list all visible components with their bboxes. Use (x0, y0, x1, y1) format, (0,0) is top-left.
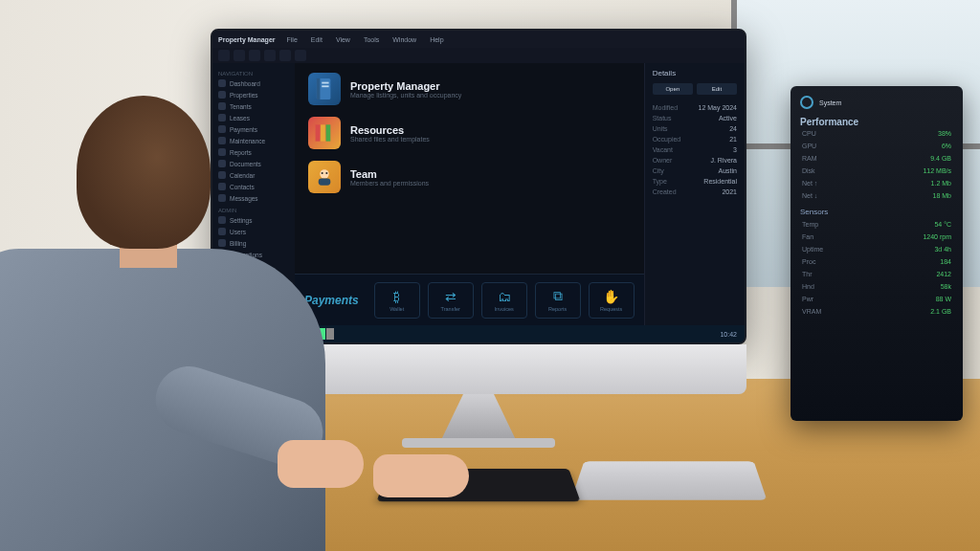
menu-window[interactable]: Window (389, 34, 420, 45)
tower-metric-row: Net ↓18 Mb (800, 189, 953, 202)
app-bottombar: Payments ₿Wallet⇄Transfer🗂Invoices⧉Repor… (295, 274, 644, 325)
tower-metric-label: Net ↑ (802, 180, 817, 187)
card-property-manager[interactable]: Property ManagerManage listings, units a… (308, 73, 631, 105)
sidebar-item-icon (218, 91, 226, 99)
toolbar-button[interactable] (249, 50, 260, 61)
menu-file[interactable]: File (283, 34, 301, 45)
svg-rect-3 (322, 85, 328, 87)
tower-metric-value: 9.4 GB (930, 155, 951, 162)
tower-metric-label: Temp (802, 221, 818, 228)
tower-metric-value: 2.1 GB (930, 308, 951, 315)
tower-metric-value: 54 °C (934, 221, 951, 228)
details-row-key: City (653, 167, 664, 174)
menu-help[interactable]: Help (426, 34, 447, 45)
tower-metric-value: 112 MB/s (923, 167, 951, 174)
tower-metric-row: Hnd58k (800, 280, 953, 293)
imac-foot (402, 438, 555, 448)
details-title: Details (653, 69, 737, 77)
bottombar-tile-requests[interactable]: ✋Requests (589, 282, 635, 319)
tower-metric-label: Hnd (802, 283, 814, 290)
details-row-value: J. Rivera (710, 157, 737, 164)
svg-point-9 (322, 172, 323, 174)
svg-rect-4 (316, 124, 321, 141)
imac-stand (440, 394, 517, 442)
tower-brand: System (819, 99, 841, 106)
tower-metric-label: Net ↓ (802, 192, 817, 199)
bottombar-tile-invoices[interactable]: 🗂Invoices (481, 282, 527, 319)
menu-edit[interactable]: Edit (307, 34, 326, 45)
svg-rect-6 (326, 124, 331, 141)
details-row-key: Type (653, 178, 667, 185)
card-team[interactable]: TeamMembers and permissions (308, 161, 631, 193)
bottombar-tile-wallet[interactable]: ₿Wallet (374, 282, 420, 319)
sidebar-item-icon (218, 102, 226, 110)
details-row-key: Status (653, 115, 672, 121)
app-toolbar (212, 48, 745, 63)
bottombar-tile-label: Transfer (441, 306, 460, 312)
details-date-label: Modified (653, 104, 678, 111)
tower-metric-value: 88 W (936, 296, 951, 302)
app-main: Property ManagerManage listings, units a… (295, 63, 644, 325)
details-row-key: Units (653, 125, 668, 132)
details-row-value: Active (719, 115, 737, 121)
invoices-icon: 🗂 (498, 289, 511, 304)
bottombar-primary-label[interactable]: Payments (304, 294, 359, 307)
sidebar-item-icon (218, 79, 226, 87)
toolbar-button[interactable] (264, 50, 276, 61)
svg-point-10 (325, 172, 327, 174)
tower-metric-row: VRAM2.1 GB (800, 305, 953, 318)
requests-icon: ✋ (603, 289, 619, 304)
app-titlebar: Property Manager FileEditViewToolsWindow… (212, 31, 745, 48)
bottombar-tile-label: Reports (548, 306, 567, 312)
toolbar-button[interactable] (218, 50, 230, 61)
tower-metric-label: Thr (802, 271, 813, 277)
tower-metric-value: 1240 rpm (923, 233, 951, 240)
svg-rect-1 (317, 78, 321, 99)
sidebar-item-tenants[interactable]: Tenants (212, 100, 295, 112)
details-row-key: Created (653, 188, 677, 195)
toolbar-button[interactable] (234, 50, 245, 61)
bottombar-tile-reports[interactable]: ⧉Reports (535, 282, 581, 319)
details-row: Units24 (653, 123, 737, 134)
menu-tools[interactable]: Tools (360, 34, 383, 45)
tower-metric-label: Fan (802, 233, 813, 240)
tower-metric-label: VRAM (802, 308, 821, 315)
card-title: Property Manager (350, 80, 461, 92)
tower-metric-row: Proc184 (800, 255, 953, 268)
details-row: StatusActive (653, 113, 737, 123)
sidebar-item-dashboard[interactable]: Dashboard (212, 77, 295, 89)
card-subtitle: Members and permissions (350, 180, 429, 187)
details-row-key: Owner (653, 157, 673, 164)
toolbar-button[interactable] (279, 50, 291, 61)
sidebar-item-properties[interactable]: Properties (212, 89, 295, 100)
team-icon (308, 161, 341, 193)
details-row: TypeResidential (653, 176, 737, 187)
details-row: Vacant3 (653, 144, 737, 155)
tower-metric-row: Pwr88 W (800, 293, 953, 305)
details-row: CityAustin (653, 165, 737, 176)
tower-metric-label: Uptime (802, 246, 823, 253)
tower-metric-value: 18 Mb (933, 192, 951, 199)
bottombar-tile-transfer[interactable]: ⇄Transfer (428, 282, 474, 319)
details-row-value: 21 (729, 136, 737, 143)
taskbar-clock[interactable]: 10:42 (720, 331, 741, 338)
tower-metric-row: Net ↑1.2 Mb (800, 177, 953, 189)
details-open-button[interactable]: Open (653, 83, 693, 95)
tower-metric-value: 3d 4h (934, 246, 951, 253)
app-cards-area: Property ManagerManage listings, units a… (295, 63, 644, 274)
transfer-icon: ⇄ (445, 289, 457, 304)
tower-metric-value: 1.2 Mb (931, 180, 951, 187)
sidebar-item-label: Tenants (230, 103, 252, 110)
sidebar-item-label: Dashboard (230, 80, 260, 87)
toolbar-button[interactable] (295, 50, 306, 61)
details-row: Created2021 (653, 187, 737, 197)
svg-point-7 (320, 169, 328, 178)
tower-metric-value: 6% (942, 143, 951, 149)
tower-metric-row: Fan1240 rpm (800, 231, 953, 243)
sidebar-item-label: Properties (230, 92, 258, 99)
details-edit-button[interactable]: Edit (697, 83, 737, 95)
menu-view[interactable]: View (332, 34, 354, 45)
card-resources[interactable]: ResourcesShared files and templates (308, 117, 631, 149)
tower-metric-row: Disk112 MB/s (800, 165, 953, 177)
tower-metric-label: Proc (802, 258, 815, 265)
